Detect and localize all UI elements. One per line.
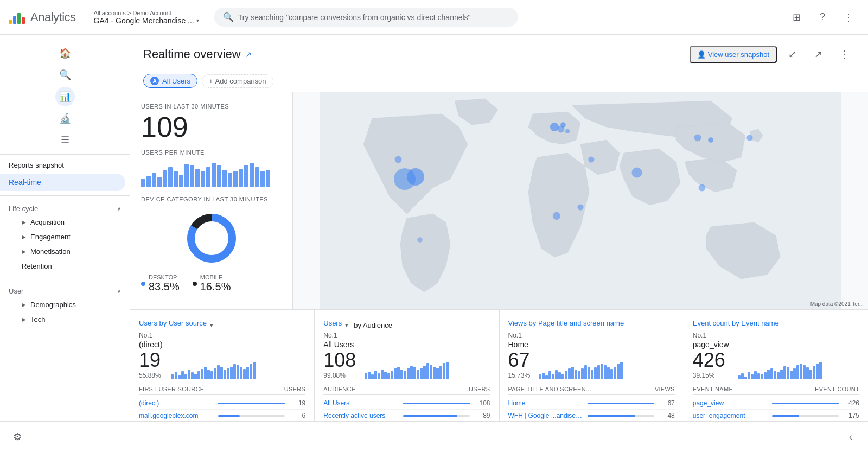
more-options-icon-button[interactable]: ⋮ xyxy=(833,43,855,65)
views-page-title[interactable]: Views by Page title and screen name xyxy=(508,319,624,327)
row-name[interactable]: user_engagement xyxy=(693,412,768,419)
chart-bar xyxy=(171,374,174,379)
sidebar-item-realtime[interactable]: Real-time xyxy=(0,174,125,191)
chart-bar xyxy=(555,370,558,379)
sidebar-explore-icon-button[interactable]: 🔬 xyxy=(55,109,75,128)
bar xyxy=(141,179,145,187)
main-layout: 🏠 🔍 📊 🔬 ☰ Reports snapshot Real-time Lif… xyxy=(0,35,868,452)
users-audience-title-users[interactable]: Users xyxy=(323,319,342,327)
event-count-title[interactable]: Event count by Event name xyxy=(693,319,779,327)
chart-bar xyxy=(783,366,786,379)
chart-bar xyxy=(764,372,767,379)
apps-icon-button[interactable]: ⊞ xyxy=(786,7,807,28)
chart-bar xyxy=(443,363,445,379)
sidebar-reports-icon-button[interactable]: 📊 xyxy=(55,87,75,106)
app-header: Analytics All accounts > Demo Account GA… xyxy=(0,0,868,35)
users-source-title[interactable]: Users by User source xyxy=(139,319,207,327)
chart-bar xyxy=(436,368,439,379)
sidebar: 🏠 🔍 📊 🔬 ☰ Reports snapshot Real-time Lif… xyxy=(0,35,130,452)
account-info[interactable]: All accounts > Demo Account GA4 - Google… xyxy=(87,10,199,25)
realtime-header: Realtime overview ↗ 👤 View user snapshot… xyxy=(130,35,868,69)
row-name[interactable]: Home xyxy=(508,399,583,407)
logo-bars-icon xyxy=(9,11,25,24)
chart-bar xyxy=(614,367,616,379)
row-bar-container xyxy=(772,415,839,417)
chart-bar xyxy=(246,367,249,379)
row-name[interactable]: Recently active users xyxy=(323,412,398,419)
sidebar-search-icon-button[interactable]: 🔍 xyxy=(55,65,75,85)
more-icon-button[interactable]: ⋮ xyxy=(838,7,859,28)
bar xyxy=(195,169,200,187)
row-name[interactable]: WFH | Google ...andise Store xyxy=(508,412,583,419)
dropdown-arrow-icon: ▾ xyxy=(210,322,213,329)
bar xyxy=(190,165,194,187)
chart-bar xyxy=(584,365,587,379)
sidebar-user-section[interactable]: User ∧ xyxy=(0,283,130,297)
sidebar-home-icon-button[interactable]: 🏠 xyxy=(55,43,75,63)
mini-chart-3 xyxy=(539,360,623,379)
chart-bar xyxy=(744,377,747,379)
sidebar-item-monetisation[interactable]: ▶ Monetisation xyxy=(0,244,130,259)
account-name[interactable]: GA4 - Google Merchandise ... ▾ xyxy=(94,16,199,25)
top-value-3: 67 xyxy=(508,349,531,372)
chart-bar xyxy=(578,371,580,379)
chart-bar xyxy=(787,367,789,379)
chart-bar xyxy=(439,366,442,379)
settings-icon: ⚙ xyxy=(13,431,22,443)
sidebar-item-snapshot[interactable]: Reports snapshot xyxy=(0,157,125,174)
panel-title-row-2: Users ▾ by Audience xyxy=(323,319,490,332)
settings-button[interactable]: ⚙ xyxy=(7,426,28,448)
device-legend: DESKTOP 83.5% MOBILE 16.5% xyxy=(141,274,282,293)
mini-chart-2 xyxy=(365,360,449,379)
chart-bar xyxy=(446,362,449,379)
sidebar-item-retention[interactable]: Retention xyxy=(0,259,130,273)
expand-icon-button[interactable]: ⤢ xyxy=(781,43,803,65)
sidebar-item-tech[interactable]: ▶ Tech xyxy=(0,312,130,327)
apps-icon: ⊞ xyxy=(793,11,801,23)
mobile-dot xyxy=(193,282,197,286)
svg-point-13 xyxy=(708,137,713,143)
magnifier-icon: 🔍 xyxy=(59,69,71,81)
open-icon: ↗ xyxy=(814,48,822,60)
row-name[interactable]: page_view xyxy=(693,399,768,407)
chart-bar xyxy=(539,374,541,379)
panel-top-left-3: No.1 Home 67 15.73% xyxy=(508,332,531,379)
row-value: 6 xyxy=(289,412,305,419)
open-report-icon-button[interactable]: ↗ xyxy=(807,43,829,65)
chart-bar xyxy=(237,365,239,379)
external-link-icon[interactable]: ↗ xyxy=(245,50,252,59)
top-name-2: All Users xyxy=(323,340,356,349)
sidebar-item-engagement[interactable]: ▶ Engagement xyxy=(0,230,130,244)
sidebar-divider-2 xyxy=(0,278,130,278)
expand-icon: ▶ xyxy=(22,234,26,240)
chart-bar xyxy=(230,367,233,379)
row-bar-container xyxy=(588,415,654,417)
sidebar-lifecycle-section[interactable]: Life cycle ∧ xyxy=(0,200,130,215)
all-users-chip[interactable]: A All Users xyxy=(143,74,197,88)
sidebar-list-icon-button[interactable]: ☰ xyxy=(55,130,75,150)
users-per-min-label: USERS PER MINUTE xyxy=(141,149,282,156)
search-placeholder: Try searching "compare conversions from … xyxy=(238,13,471,22)
row-name[interactable]: All Users xyxy=(323,399,398,407)
chart-bar xyxy=(591,370,593,379)
bar xyxy=(239,169,243,187)
reports-icon: 📊 xyxy=(59,91,71,103)
chart-bar xyxy=(770,368,773,379)
chart-bar xyxy=(214,368,216,379)
chart-bar xyxy=(178,375,181,379)
svg-point-15 xyxy=(746,135,752,141)
expand-icon: ▶ xyxy=(22,316,26,322)
sidebar-item-demographics[interactable]: ▶ Demographics xyxy=(0,297,130,312)
view-snapshot-button[interactable]: 👤 View user snapshot xyxy=(690,46,777,63)
help-icon-button[interactable]: ? xyxy=(812,7,833,28)
chart-bar xyxy=(417,370,419,379)
chart-bar xyxy=(433,367,436,379)
svg-point-8 xyxy=(560,122,566,128)
row-name[interactable]: (direct) xyxy=(139,399,214,407)
sidebar-item-acquisition[interactable]: ▶ Acquisition xyxy=(0,215,130,230)
row-bar xyxy=(772,403,839,404)
search-bar[interactable]: 🔍 Try searching "compare conversions fro… xyxy=(214,8,518,27)
add-comparison-button[interactable]: + Add comparison xyxy=(202,74,273,88)
row-name[interactable]: mall.googleplex.com xyxy=(139,412,214,419)
lifecycle-chevron: ∧ xyxy=(117,206,121,212)
